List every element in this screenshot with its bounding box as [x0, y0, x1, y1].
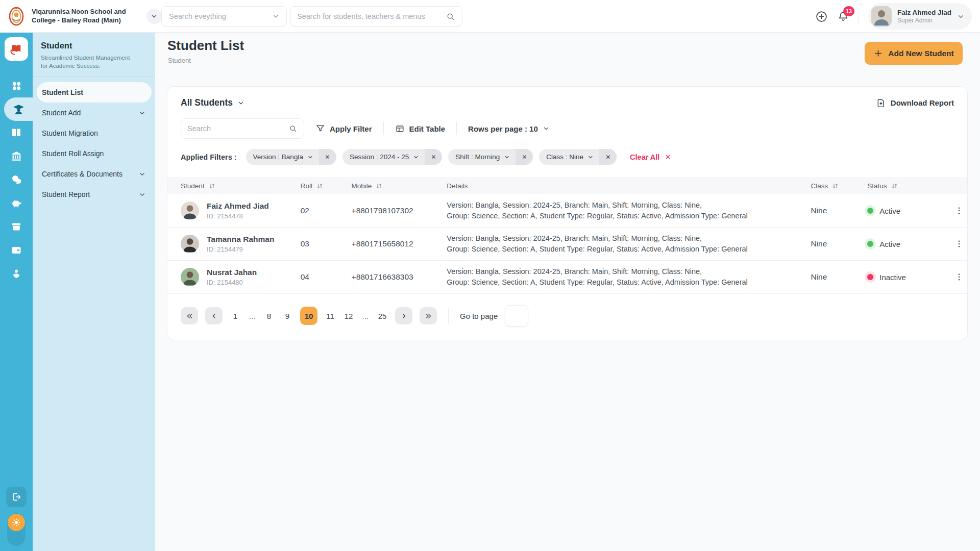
sidebar-item-student-report[interactable]: Student Report: [33, 184, 155, 205]
sidebar-item-certificates-documents[interactable]: Certificates & Documents: [33, 164, 155, 184]
pagination: 1 ... 8 9 10 11 12 ... 25 Go to page: [181, 305, 954, 327]
school-switcher-button[interactable]: [146, 9, 162, 24]
student-name: Faiz Ahmed Jiad: [207, 202, 269, 211]
add-new-student-button[interactable]: Add New Student: [865, 42, 963, 65]
page-number[interactable]: 25: [377, 312, 388, 320]
status-dot: [867, 274, 873, 280]
status-label: Active: [879, 240, 900, 248]
toolbar-divider: [383, 122, 384, 135]
user-menu[interactable]: Faiz Ahmed Jiad Super Admin: [868, 3, 972, 30]
remove-filter-button[interactable]: [319, 149, 336, 165]
rail-institution-icon[interactable]: [0, 144, 33, 168]
notifications-button[interactable]: 13: [837, 10, 849, 22]
apply-filter-button[interactable]: Apply Filter: [315, 124, 372, 134]
rail-library-icon[interactable]: [0, 121, 33, 144]
page-number[interactable]: 8: [263, 312, 275, 320]
school-crest-logo: [6, 6, 27, 27]
rows-per-page-select[interactable]: Rows per page : 10: [468, 124, 550, 133]
filter-pill-dropdown[interactable]: Session : 2024 - 25: [342, 153, 425, 161]
page-ellipsis: ...: [248, 312, 256, 320]
chevron-down-icon: [957, 13, 965, 20]
filter-pill-text: Version : Bangla: [253, 153, 303, 161]
theme-toggle[interactable]: [7, 513, 26, 546]
column-header-class[interactable]: Class: [811, 182, 867, 190]
sidebar-item-student-list[interactable]: Student List: [37, 82, 152, 103]
column-header-mobile[interactable]: Mobile: [352, 182, 447, 190]
sidebar-item-student-add[interactable]: Student Add: [33, 103, 155, 123]
next-page-button[interactable]: [395, 307, 412, 324]
topbar-actions: 13 Faiz Ahmed Jiad Super Admin: [815, 0, 972, 33]
student-name: Tamanna Rahman: [207, 235, 274, 244]
row-actions-button[interactable]: [952, 204, 966, 217]
table-row: Nusrat Jahan ID: 2154480 04 +88017166383…: [167, 261, 967, 294]
last-page-button[interactable]: [420, 307, 437, 324]
page-number-active[interactable]: 10: [300, 307, 317, 325]
page-number[interactable]: 12: [343, 312, 354, 320]
remove-filter-button[interactable]: [599, 149, 617, 165]
sort-icon[interactable]: [831, 182, 839, 190]
breadcrumb: Student: [168, 57, 191, 64]
sort-icon[interactable]: [316, 182, 324, 190]
rail-finance-icon[interactable]: [0, 191, 33, 215]
chevron-down-icon: [543, 125, 550, 132]
rail-chat-icon[interactable]: [0, 168, 33, 191]
filter-pill-dropdown[interactable]: Class : Nine: [539, 153, 599, 161]
rail-services-icon[interactable]: [0, 262, 33, 285]
row-actions-button[interactable]: [952, 237, 966, 251]
status-label: Inactive: [879, 273, 906, 282]
list-scope-select[interactable]: All Students: [181, 97, 244, 108]
table-search-input[interactable]: [187, 124, 288, 133]
sort-icon[interactable]: [375, 182, 383, 190]
edit-table-button[interactable]: Edit Table: [395, 124, 446, 134]
page-number[interactable]: 9: [282, 312, 293, 320]
filter-funnel-icon: [315, 124, 325, 134]
download-report-label: Download Report: [891, 98, 954, 107]
logout-button[interactable]: [6, 487, 27, 507]
sidebar-item-student-migration[interactable]: Student Migration: [33, 123, 155, 143]
topbar: Viqarunnisa Noon School and College - Ba…: [0, 0, 980, 33]
prev-page-button[interactable]: [205, 307, 223, 324]
row-actions-button[interactable]: [952, 270, 966, 284]
download-report-button[interactable]: Download Report: [876, 98, 954, 108]
chevron-down-icon: [151, 13, 158, 20]
global-search: [290, 6, 462, 27]
rail-dashboard-icon[interactable]: [0, 74, 33, 97]
search-scope-select[interactable]: Search eveything: [161, 6, 287, 27]
filter-pill-dropdown[interactable]: Version : Bangla: [246, 153, 319, 161]
sort-icon[interactable]: [208, 182, 216, 190]
remove-filter-button[interactable]: [425, 149, 442, 165]
student-details: Version: Bangla, Session: 2024-25, Branc…: [447, 200, 811, 221]
page-number[interactable]: 11: [325, 312, 336, 320]
sort-icon[interactable]: [891, 182, 898, 190]
go-to-page-input[interactable]: [505, 305, 528, 327]
column-label: Student: [181, 182, 205, 190]
apply-filter-label: Apply Filter: [330, 124, 372, 133]
sidebar-panel: Student Streamlined Student Management f…: [33, 33, 155, 551]
sidebar-item-student-roll-assign[interactable]: Student Roll Assign: [33, 143, 155, 164]
school-selector: Viqarunnisa Noon School and College - Ba…: [6, 0, 162, 33]
student-id: ID: 2154480: [207, 279, 257, 286]
column-label: Roll: [301, 182, 312, 190]
column-label: Details: [447, 182, 468, 190]
clear-all-filters-button[interactable]: Clear All: [630, 153, 671, 161]
quick-add-button[interactable]: [815, 10, 828, 23]
rail-inventory-icon[interactable]: [0, 215, 33, 238]
add-new-student-label: Add New Student: [888, 49, 953, 58]
global-search-input[interactable]: [297, 12, 446, 20]
column-header-status[interactable]: Status: [867, 182, 951, 190]
column-header-student[interactable]: Student: [167, 182, 301, 190]
app-logo-icon[interactable]: [5, 37, 28, 61]
sidebar-item-label: Student Migration: [42, 129, 98, 137]
student-roll: 03: [301, 239, 352, 248]
student-details: Version: Bangla, Session: 2024-25, Branc…: [447, 266, 811, 288]
page-number[interactable]: 1: [230, 312, 241, 320]
rail-students-icon[interactable]: [4, 97, 33, 121]
remove-filter-button[interactable]: [516, 149, 533, 165]
filter-pill-dropdown[interactable]: Shift : Morning: [448, 153, 516, 161]
rail-wallet-icon[interactable]: [0, 238, 33, 262]
sun-icon: [8, 514, 25, 531]
first-page-button[interactable]: [181, 307, 198, 324]
column-header-roll[interactable]: Roll: [301, 182, 352, 190]
sidebar-rail: [0, 33, 33, 551]
plus-circle-icon: [815, 10, 828, 23]
